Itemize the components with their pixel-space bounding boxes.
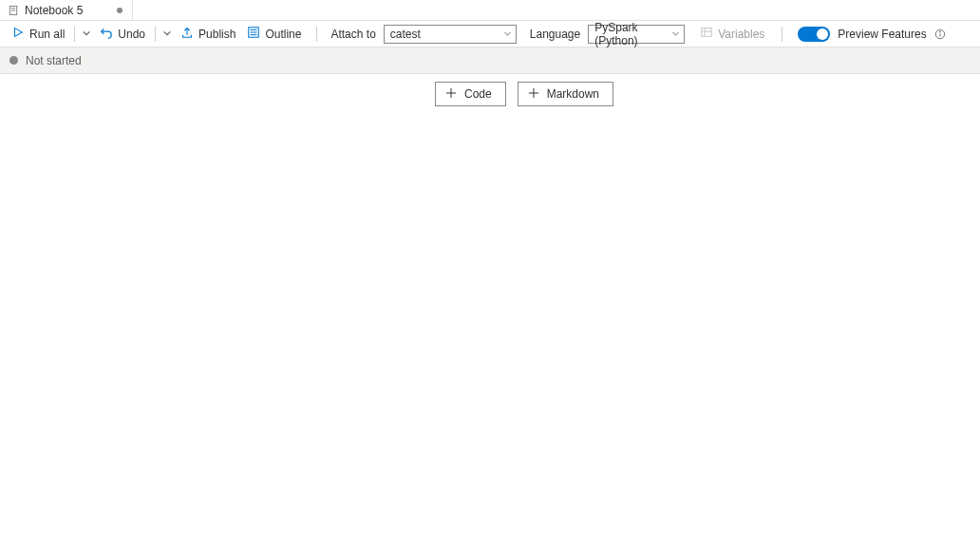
language-label: Language — [526, 28, 588, 41]
run-all-button[interactable]: Run all — [6, 23, 70, 46]
tab-bar: Notebook 5 — [0, 0, 980, 21]
outline-icon — [247, 26, 260, 42]
attach-to-value: catest — [390, 28, 421, 41]
preview-features-toggle[interactable] — [798, 27, 830, 42]
attach-to-select[interactable]: catest — [384, 25, 517, 44]
modified-indicator-icon — [117, 8, 122, 13]
divider — [155, 27, 156, 42]
add-code-label: Code — [464, 87, 492, 101]
chevron-down-icon — [82, 28, 91, 41]
undo-button[interactable]: Undo — [94, 23, 151, 46]
plus-icon — [445, 87, 457, 102]
divider — [782, 27, 782, 42]
tab-title: Notebook 5 — [25, 4, 83, 17]
notebook-tab[interactable]: Notebook 5 — [0, 0, 133, 20]
preview-features-group: Preview Features — [798, 27, 945, 42]
svg-rect-8 — [702, 28, 712, 37]
chevron-down-icon — [162, 28, 172, 41]
notebook-icon — [8, 5, 19, 16]
run-dropdown[interactable] — [79, 23, 94, 46]
toolbar: Run all Undo Publish — [0, 21, 980, 47]
add-code-button[interactable]: Code — [435, 82, 506, 106]
info-icon[interactable] — [934, 28, 946, 40]
publish-button[interactable]: Publish — [175, 23, 241, 46]
svg-marker-3 — [15, 28, 23, 37]
chevron-down-icon — [671, 28, 680, 41]
undo-label: Undo — [118, 28, 145, 41]
publish-icon — [180, 26, 194, 42]
play-icon — [11, 26, 25, 42]
status-bar: Not started — [0, 47, 980, 74]
variables-icon — [700, 26, 713, 42]
status-text: Not started — [26, 54, 82, 67]
undo-icon — [100, 26, 113, 42]
plus-icon — [528, 87, 539, 102]
divider — [316, 27, 317, 42]
status-dot-icon — [9, 56, 18, 65]
divider — [74, 27, 75, 42]
variables-button: Variables — [694, 23, 770, 46]
toggle-knob — [817, 28, 828, 40]
attach-to-label: Attach to — [327, 28, 383, 41]
undo-dropdown[interactable] — [160, 23, 175, 46]
run-all-label: Run all — [29, 28, 65, 41]
chevron-down-icon — [503, 28, 512, 41]
language-select[interactable]: PySpark (Python) — [588, 25, 685, 44]
svg-point-13 — [939, 30, 940, 31]
add-markdown-label: Markdown — [547, 87, 599, 101]
publish-label: Publish — [198, 28, 236, 41]
variables-label: Variables — [718, 28, 764, 41]
outline-button[interactable]: Outline — [241, 23, 307, 46]
outline-label: Outline — [265, 28, 301, 41]
add-markdown-button[interactable]: Markdown — [518, 82, 613, 106]
language-value: PySpark (Python) — [594, 21, 666, 47]
content-area: Code Markdown — [0, 74, 980, 106]
preview-features-label: Preview Features — [838, 28, 926, 41]
